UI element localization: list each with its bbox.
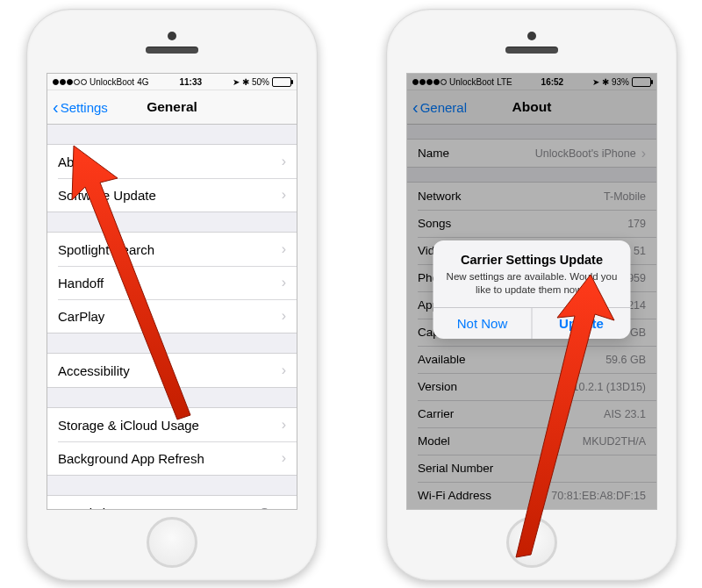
chevron-right-icon: › [282, 505, 286, 510]
row-label: Available [418, 353, 466, 366]
row-value: UnlockBoot's iPhone [535, 147, 636, 160]
row-value: 179 [627, 218, 646, 230]
iphone-mockup-left: UnlockBoot 4G 11:33 ➤ ✱ 50% ‹ Settings G… [26, 9, 318, 581]
carrier-name: UnlockBoot [90, 77, 134, 87]
list-row[interactable]: Spotlight Search› [47, 233, 297, 266]
row-value: 10.2.1 (13D15) [573, 381, 646, 393]
row-label: Storage & iCloud Usage [58, 418, 199, 433]
row-label: Software Update [58, 188, 156, 203]
signal-dots-icon [53, 79, 87, 85]
chevron-right-icon: › [282, 275, 286, 290]
carrier-update-alert: Carrier Settings Update New settings are… [433, 240, 631, 339]
list-row[interactable]: Serial Number [407, 455, 656, 482]
row-label: Songs [418, 217, 451, 230]
back-button[interactable]: ‹ Settings [53, 90, 108, 124]
bluetooth-icon: ✱ [242, 77, 249, 87]
chevron-right-icon: › [641, 146, 646, 161]
alert-update-button[interactable]: Update [532, 308, 631, 339]
row-value: AIS 23.1 [604, 408, 646, 420]
battery-icon [632, 77, 651, 87]
row-label: Model [418, 434, 450, 448]
location-icon: ➤ [592, 77, 599, 87]
battery-pct: 50% [252, 77, 269, 87]
network-type: LTE [497, 77, 512, 87]
list-row[interactable]: ModelMKUD2TH/A [407, 427, 656, 455]
chevron-right-icon: › [282, 450, 286, 466]
row-label: Carrier [418, 407, 454, 420]
row-value: MKUD2TH/A [583, 435, 646, 448]
battery-pct: 93% [612, 77, 629, 87]
settings-list: About›Software Update›Spotlight Search›H… [47, 144, 297, 510]
chevron-left-icon: ‹ [53, 98, 59, 116]
row-label: Restrictions [58, 506, 126, 511]
nav-bar: ‹ Settings General [47, 90, 297, 125]
clock: 16:52 [541, 77, 564, 87]
list-row[interactable]: Storage & iCloud Usage› [47, 408, 297, 441]
list-row[interactable]: Accessibility› [47, 354, 297, 387]
row-label: Background App Refresh [58, 451, 204, 466]
row-label: Network [418, 190, 462, 203]
screen-general: UnlockBoot 4G 11:33 ➤ ✱ 50% ‹ Settings G… [47, 73, 297, 510]
list-row[interactable]: Software Update› [47, 178, 297, 212]
earpiece-speaker [505, 47, 558, 54]
front-camera [527, 32, 536, 40]
home-button[interactable] [147, 517, 197, 568]
front-camera [168, 32, 176, 40]
network-type: 4G [137, 77, 148, 87]
alert-title: Carrier Settings Update [446, 253, 619, 267]
row-value: On [260, 506, 276, 510]
row-value: 59.6 GB [605, 354, 646, 366]
bluetooth-icon: ✱ [602, 77, 609, 87]
iphone-mockup-right: UnlockBoot LTE 16:52 ➤ ✱ 93% ‹ General A… [386, 9, 677, 581]
list-row[interactable]: Wi-Fi Address70:81:EB:A8:DF:15 [407, 482, 656, 509]
list-row[interactable]: NameUnlockBoot's iPhone› [407, 140, 656, 167]
list-row[interactable]: CarrierAIS 23.1 [407, 400, 656, 427]
status-bar: UnlockBoot 4G 11:33 ➤ ✱ 50% [47, 74, 297, 90]
signal-dots-icon [412, 79, 447, 85]
row-label: Handoff [58, 276, 104, 290]
nav-bar: ‹ General About [407, 90, 656, 125]
row-label: Wi-Fi Address [418, 489, 491, 502]
row-label: About [58, 154, 92, 169]
back-label: General [420, 100, 467, 115]
list-row[interactable]: CarPlay› [47, 299, 297, 333]
screen-about: UnlockBoot LTE 16:52 ➤ ✱ 93% ‹ General A… [406, 73, 657, 510]
row-value: 51 [634, 245, 646, 257]
list-row[interactable]: Bluetooth70:81:EB:A8:DF:16 [407, 509, 656, 510]
chevron-right-icon: › [282, 187, 286, 203]
row-label: Spotlight Search [58, 242, 154, 257]
back-button[interactable]: ‹ General [412, 90, 467, 124]
status-bar: UnlockBoot LTE 16:52 ➤ ✱ 93% [407, 74, 656, 90]
list-row[interactable]: Available59.6 GB [407, 346, 656, 373]
carrier-name: UnlockBoot [449, 77, 494, 87]
home-button[interactable] [506, 517, 557, 568]
chevron-right-icon: › [282, 154, 286, 169]
back-label: Settings [61, 100, 108, 115]
chevron-right-icon: › [282, 241, 286, 257]
list-row[interactable]: About› [47, 145, 297, 178]
alert-message: New settings are available. Would you li… [446, 270, 619, 297]
row-label: Serial Number [418, 462, 493, 475]
battery-icon [272, 77, 291, 87]
row-label: Accessibility [58, 363, 130, 378]
row-value: T-Mobile [604, 190, 646, 203]
row-label: Version [418, 380, 457, 393]
chevron-right-icon: › [282, 417, 286, 433]
list-row[interactable]: Songs179 [407, 210, 656, 237]
list-row[interactable]: Version10.2.1 (13D15) [407, 373, 656, 400]
clock: 11:33 [179, 77, 202, 87]
list-row[interactable]: NetworkT-Mobile [407, 183, 656, 210]
list-row[interactable]: Background App Refresh› [47, 441, 297, 475]
row-label: CarPlay [58, 309, 104, 324]
chevron-left-icon: ‹ [412, 98, 419, 116]
list-row[interactable]: Handoff› [47, 266, 297, 299]
list-row[interactable]: RestrictionsOn› [47, 496, 297, 510]
row-label: Name [418, 147, 449, 160]
page-title: About [512, 99, 552, 115]
earpiece-speaker [146, 47, 198, 54]
chevron-right-icon: › [282, 308, 286, 324]
alert-not-now-button[interactable]: Not Now [433, 308, 532, 339]
location-icon: ➤ [233, 77, 240, 87]
page-title: General [147, 99, 197, 115]
row-value: 70:81:EB:A8:DF:15 [551, 490, 646, 502]
